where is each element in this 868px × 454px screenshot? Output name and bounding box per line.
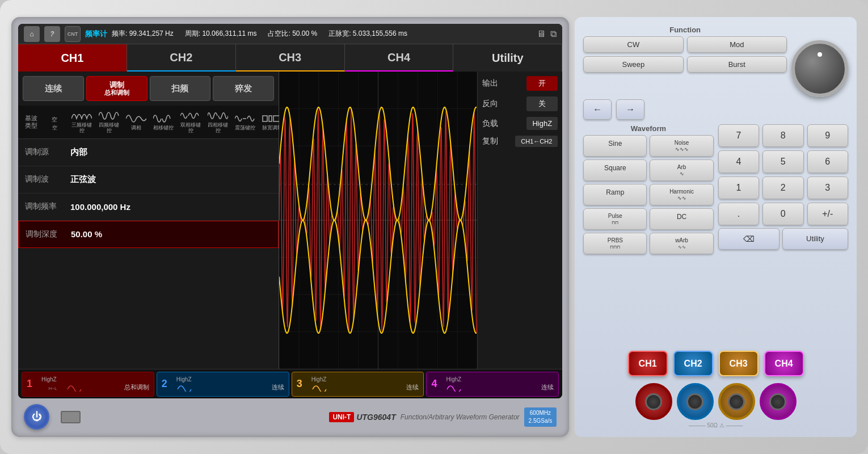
output-value[interactable]: 开 [526, 76, 558, 91]
prbs-button[interactable]: PRBS⊓⊓⊓ [583, 233, 647, 254]
copy-value[interactable]: CH1←CH2 [515, 136, 558, 147]
waveform-psk[interactable]: 调相 [124, 112, 149, 132]
top-bar: ⌂ ? CNT 频率计 频率: 99.341,257 Hz 周期: 10.066… [18, 24, 562, 44]
num-6[interactable]: 6 [807, 150, 848, 173]
ch4-status[interactable]: 4 HighZ 连续 [426, 372, 559, 397]
invert-value[interactable]: 关 [526, 96, 558, 111]
burst-button[interactable]: Burst [687, 56, 787, 73]
num-plusminus[interactable]: +/- [807, 203, 848, 225]
knob-section [791, 26, 848, 97]
ch2-button[interactable]: CH2 [673, 351, 713, 376]
waveform-qpsk[interactable]: 四相移键控 [205, 109, 230, 135]
num-dot[interactable]: . [718, 203, 759, 225]
arb-button[interactable]: Arb∿ [650, 159, 713, 181]
num-7[interactable]: 7 [718, 124, 759, 147]
waveform-bpsk[interactable]: 相移键控 [151, 112, 176, 132]
usb-port [61, 411, 81, 423]
power-button[interactable]: ⏻ [24, 404, 49, 430]
ch1-button[interactable]: CH1 [628, 351, 668, 376]
screen-controls: 🖥 ⧉ [537, 29, 557, 39]
tab-utility[interactable]: Utility [453, 44, 562, 72]
param-wave-label: 调制波 [25, 174, 70, 184]
ch3-impedance: HighZ [311, 376, 419, 382]
sweep-button[interactable]: Sweep [583, 56, 683, 73]
square-button[interactable]: Square [583, 159, 647, 181]
device-body: ⌂ ? CNT 频率计 频率: 99.341,257 Hz 周期: 10.066… [0, 0, 868, 454]
waveform-label: Waveform [583, 124, 713, 133]
mode-continuous[interactable]: 连续 [23, 76, 84, 101]
home-icon[interactable]: ⌂ [24, 26, 40, 42]
num-0[interactable]: 0 [762, 203, 803, 225]
num-1[interactable]: 1 [718, 176, 759, 199]
ch4-button[interactable]: CH4 [764, 351, 804, 376]
cnt-icon[interactable]: CNT [65, 26, 81, 42]
svg-rect-2 [269, 116, 272, 121]
ch3-status[interactable]: 3 HighZ 连续 [292, 372, 424, 397]
ch1-impedance: HighZ [41, 376, 57, 382]
utility-button[interactable]: Utility [782, 228, 848, 250]
tab-ch2[interactable]: CH2 [127, 44, 236, 72]
mode-buttons: 连续 调制 总和调制 扫频 猝发 [18, 72, 279, 106]
function-section: Function CW Mod Sweep Burst [583, 26, 787, 97]
invert-control[interactable]: 反向 关 [482, 96, 558, 111]
waveform-dpsk[interactable]: 双相移键控 [178, 109, 203, 135]
mode-burst[interactable]: 猝发 [213, 76, 274, 101]
param-freq-value: 100.000,000 Hz [70, 202, 130, 212]
tab-ch4[interactable]: CH4 [345, 44, 454, 72]
warb-button[interactable]: wArb∿∿ [650, 233, 713, 254]
param-wave[interactable]: 调制波 正弦波 [18, 166, 279, 194]
sine-button[interactable]: Sine [583, 135, 647, 157]
harmonic-button[interactable]: Harmonic∿∿ [650, 184, 713, 205]
ch2-status[interactable]: 2 HighZ 连续 [157, 372, 289, 397]
left-arrow-button[interactable]: ← [583, 99, 612, 120]
right-controls: Function CW Mod Sweep Burst ← → [575, 17, 857, 437]
param-source[interactable]: 调制源 内部 [18, 139, 279, 166]
help-icon[interactable]: ? [44, 26, 60, 42]
device-description: Function/Arbitrary Waveform Generator [401, 413, 520, 421]
dc-button[interactable]: DC [650, 208, 713, 230]
num-8[interactable]: 8 [762, 124, 803, 147]
num-3[interactable]: 3 [807, 176, 848, 199]
ch4-mode: 连续 [541, 383, 554, 392]
output-control[interactable]: 输出 开 [482, 76, 558, 91]
main-knob[interactable] [791, 40, 848, 97]
waveform-4fsk[interactable]: 四频移键控 [96, 109, 121, 135]
ch3-button[interactable]: CH3 [719, 351, 759, 376]
backspace-button[interactable]: ⌫ [718, 228, 779, 250]
copy-control[interactable]: 复制 CH1←CH2 [482, 136, 558, 147]
tab-ch3[interactable]: CH3 [236, 44, 345, 72]
ch-section: CH1 CH2 CH3 CH4 [583, 351, 848, 428]
arrow-section: ← → [583, 99, 848, 120]
param-depth[interactable]: 调制深度 50.00 % [18, 221, 279, 248]
right-arrow-button[interactable]: → [616, 99, 644, 120]
model-name: UTG9604T [356, 413, 395, 422]
num-9[interactable]: 9 [807, 124, 848, 147]
waveform-3fsk[interactable]: 三频移键控 [69, 109, 94, 135]
load-value[interactable]: HighZ [526, 117, 558, 130]
noise-button[interactable]: Noise∿∿∿ [650, 135, 713, 157]
middle-section: Waveform Sine Noise∿∿∿ Square Arb∿ Ramp … [583, 124, 848, 254]
mod-button[interactable]: Mod [687, 36, 787, 53]
num-5[interactable]: 5 [762, 150, 803, 173]
waveform-blank[interactable]: 空 空 [42, 112, 67, 132]
waveform-ook[interactable]: 震荡键控 [233, 112, 258, 132]
num-2[interactable]: 2 [762, 176, 803, 199]
monitor-icon[interactable]: 🖥 [537, 29, 546, 39]
ramp-button[interactable]: Ramp [583, 184, 647, 205]
num-4[interactable]: 4 [718, 150, 759, 173]
load-control[interactable]: 负载 HighZ [482, 117, 558, 130]
param-freq[interactable]: 调制频率 100.000,000 Hz [18, 194, 279, 221]
pulse-button[interactable]: Pulse⊓⊓ [583, 208, 647, 230]
specs-badge: 600MHz2.5GSa/s [524, 407, 557, 427]
screen-housing: ⌂ ? CNT 频率计 频率: 99.341,257 Hz 周期: 10.066… [11, 17, 569, 437]
extra-buttons: ⌫ Utility [718, 228, 848, 250]
tab-ch1[interactable]: CH1 [18, 44, 127, 72]
ch1-status[interactable]: 1 HighZ H~L 总和调制 [22, 372, 154, 397]
mode-sweep[interactable]: 扫频 [150, 76, 211, 101]
ch1-num: 1 [27, 378, 38, 390]
svg-text:空: 空 [52, 116, 57, 123]
waveform-base-label: 基波类型 [23, 115, 40, 129]
cw-button[interactable]: CW [583, 36, 683, 53]
copy-screen-icon[interactable]: ⧉ [550, 29, 557, 39]
mode-modulation[interactable]: 调制 总和调制 [86, 76, 148, 101]
